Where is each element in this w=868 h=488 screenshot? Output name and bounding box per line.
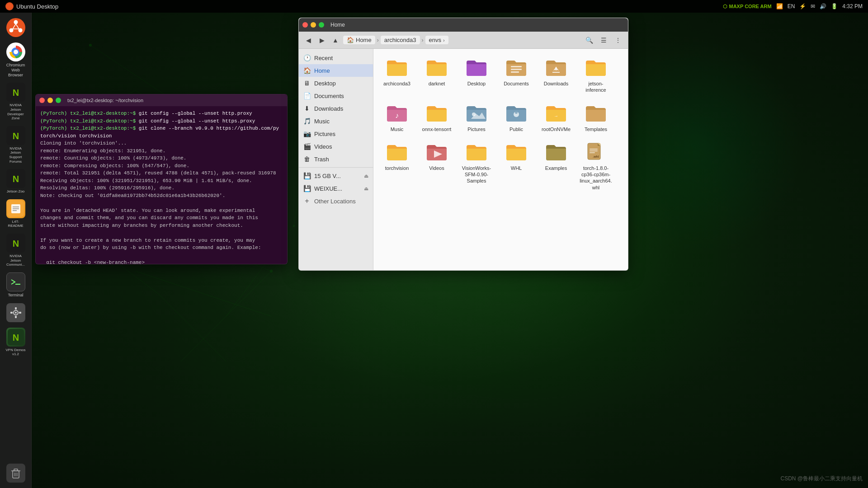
dock-item-chromium[interactable]: Chromium Web Browser (2, 41, 30, 79)
svg-text:N: N (12, 239, 19, 249)
file-jetson-inference[interactable]: jetson-inference (578, 54, 614, 96)
fm-nav-videos[interactable]: 🎬 Videos (299, 140, 373, 153)
dock-item-nvidia-comms[interactable]: N NVIDIA Jetson Communi... (2, 232, 30, 269)
file-rootonnvme[interactable]: → rootOnNVMe (538, 100, 574, 135)
fm-search-btn[interactable]: 🔍 (583, 34, 595, 47)
dock-nvidia-support-icon: N (6, 126, 25, 145)
public-label: Public (509, 126, 523, 132)
file-public[interactable]: Public (498, 100, 534, 135)
fm-breadcrumb: 🏠 Home › archiconda3 › envs › (343, 36, 581, 44)
fm-nav-other-locations[interactable]: + Other Locations (299, 195, 373, 207)
svg-point-45 (15, 312, 17, 314)
file-examples[interactable]: Examples (538, 139, 574, 193)
breadcrumb-home[interactable]: 🏠 Home (343, 36, 375, 44)
fm-nav-trash[interactable]: 🗑 Trash (299, 153, 373, 165)
darknet-icon (426, 57, 448, 79)
svg-rect-49 (19, 312, 21, 314)
file-downloads[interactable]: Downloads (538, 54, 574, 96)
weixue-eject[interactable]: ⏏ (364, 186, 368, 192)
breadcrumb-archiconda[interactable]: archiconda3 (381, 36, 420, 44)
svg-text:N: N (12, 131, 19, 141)
dock-settings-icon (6, 303, 25, 322)
terminal-close-btn[interactable] (39, 98, 45, 103)
terminal-min-btn[interactable] (47, 98, 53, 103)
fm-nav-home[interactable]: 🏠 Home (299, 64, 373, 77)
downloads-nav-icon: ⬇ (303, 105, 311, 112)
svg-point-69 (515, 111, 518, 114)
svg-text:.whl: .whl (593, 155, 599, 158)
file-torchvision[interactable]: torchvision (379, 139, 415, 193)
file-music[interactable]: ♪ Music (379, 100, 415, 135)
terminal-max-btn[interactable] (56, 98, 61, 103)
dock-item-vpn[interactable]: N VPN Demos v1.2 (2, 326, 30, 358)
terminal-body[interactable]: (PyTorch) tx2_lei@tx2-desktop:~$ git con… (36, 106, 287, 264)
trash-nav-label: Trash (314, 156, 329, 163)
fm-nav-desktop[interactable]: 🖥 Desktop (299, 77, 373, 89)
file-desktop[interactable]: Desktop (458, 54, 495, 96)
dock-trash-icon (6, 464, 25, 483)
documents-folder-icon (505, 57, 527, 79)
dock-terminal-icon (6, 272, 25, 291)
file-torch-whl[interactable]: .whl torch-1.8.0-cp36-cp36m-linux_aarch6… (578, 139, 614, 193)
fm-back-btn[interactable]: ◀ (302, 34, 314, 46)
dock-item-nvidia-dev[interactable]: N NVIDIA Jetson Developer Zone (2, 81, 30, 122)
dock-item-trash[interactable] (2, 462, 30, 484)
fm-nav-music[interactable]: 🎵 Music (299, 115, 373, 127)
fm-nav-recent[interactable]: 🕐 Recent (299, 52, 373, 64)
dock-item-settings[interactable] (2, 301, 30, 324)
fm-close-btn[interactable] (302, 22, 308, 28)
fm-min-btn[interactable] (311, 22, 316, 28)
svg-text:N: N (12, 333, 19, 343)
jetson-zoo-label: Jetson Zoo (7, 189, 25, 194)
whl-label: WHL (511, 165, 522, 171)
fm-menu-btn[interactable]: ⋮ (612, 34, 624, 47)
torch-whl-label: torch-1.8.0-cp36-cp36m-linux_aarch64.whl (580, 165, 612, 191)
desktop-folder-label: Desktop (467, 80, 486, 87)
fm-nav-documents[interactable]: 📄 Documents (299, 89, 373, 102)
templates-icon (585, 103, 607, 124)
home-icon: 🏠 (303, 67, 311, 74)
breadcrumb-envs[interactable]: envs › (425, 36, 448, 44)
file-templates[interactable]: Templates (578, 100, 614, 135)
dock-item-jetson-zoo[interactable]: N Jetson Zoo (2, 167, 30, 196)
fm-nav-15gb[interactable]: 💾 15 GB V... ⏏ (299, 169, 373, 182)
file-onnx[interactable]: onnx-tensorrt (419, 100, 455, 135)
svg-rect-46 (15, 307, 17, 310)
fm-nav-weixue[interactable]: 💾 WEIXUE... ⏏ (299, 182, 373, 195)
fm-toolbar-actions: 🔍 ☰ ⋮ (583, 34, 624, 47)
terminal-title: tx2_lei@tx2-desktop: ~/torchvision (67, 98, 143, 103)
dock-ubuntu-icon (6, 18, 25, 37)
file-whl[interactable]: WHL (498, 139, 534, 193)
file-videos[interactable]: Videos (419, 139, 455, 193)
fm-forward-btn[interactable]: ▶ (316, 34, 328, 46)
svg-rect-78 (590, 152, 595, 153)
dock-item-l4t[interactable]: L4T-README (2, 197, 30, 230)
fm-up-btn[interactable]: ▲ (330, 34, 341, 46)
file-pictures[interactable]: Pictures (458, 100, 495, 135)
weixue-icon: 💾 (303, 185, 311, 192)
nvidia-indicator: ⬡ MAXP CORE ARM (723, 4, 771, 9)
file-darknet[interactable]: darknet (419, 54, 455, 96)
dock-item-terminal[interactable]: Terminal (2, 271, 30, 300)
examples-icon (545, 141, 567, 163)
file-documents[interactable]: Documents (498, 54, 534, 96)
dock-item-nvidia-support[interactable]: N NVIDIA Jetson Support Forums (2, 124, 30, 165)
dock-item-ubuntu[interactable] (2, 16, 30, 39)
fm-max-btn[interactable] (319, 22, 324, 28)
file-visionworks[interactable]: VisionWorks-SFM-0.90-Samples (458, 139, 495, 193)
other-locations-label: Other Locations (314, 198, 356, 205)
15gb-eject[interactable]: ⏏ (364, 173, 368, 179)
documents-nav-icon: 📄 (303, 92, 311, 99)
visionworks-icon (466, 141, 487, 163)
svg-rect-59 (511, 66, 522, 67)
fm-toolbar: ◀ ▶ ▲ 🏠 Home › archiconda3 › envs › 🔍 ☰ … (299, 32, 628, 49)
onnx-label: onnx-tensorrt (422, 126, 452, 132)
fm-nav-downloads[interactable]: ⬇ Downloads (299, 102, 373, 115)
videos-folder-label: Videos (429, 165, 444, 171)
darknet-label: darknet (429, 80, 445, 87)
fm-nav-pictures[interactable]: 📷 Pictures (299, 127, 373, 140)
fm-view-list-btn[interactable]: ☰ (597, 34, 610, 47)
file-archiconda3[interactable]: archiconda3 (379, 54, 415, 96)
watermark: CSDN @鲁棒最小二乘支持向量机 (780, 475, 863, 483)
downloads-folder-icon (545, 57, 567, 79)
